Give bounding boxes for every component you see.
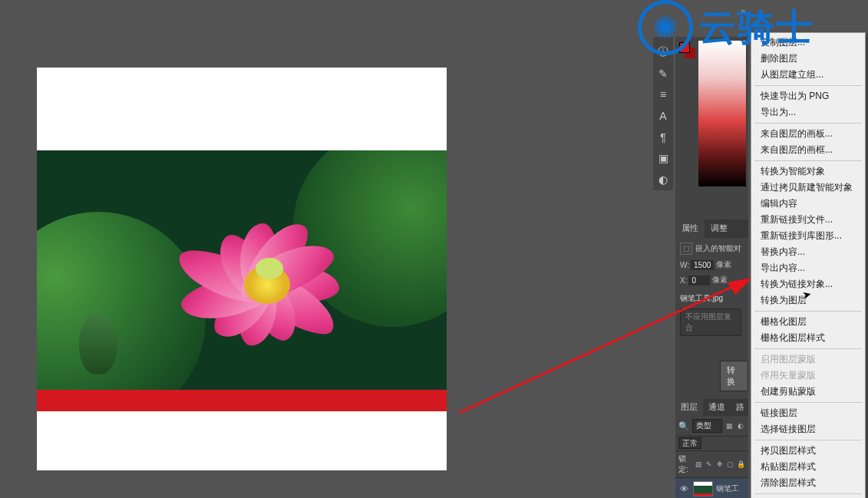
layer-thumbnail [693, 481, 713, 496]
menu-item: 停用矢量蒙版 [751, 368, 865, 384]
menu-separator [754, 493, 862, 494]
menu-separator [754, 123, 862, 124]
layers-icon[interactable]: ▣ [654, 148, 672, 170]
menu-item[interactable]: 来自图层的画板... [751, 126, 865, 142]
menu-separator [754, 348, 862, 349]
menu-item[interactable]: 拷贝图层样式 [751, 443, 865, 459]
menu-item[interactable]: 重新链接到文件... [751, 212, 865, 228]
tab-properties[interactable]: 属性 [675, 219, 705, 238]
layer-list: 👁钢笔工👁矩形 1 [675, 477, 748, 498]
filter-kind-select[interactable]: 类型 [692, 419, 722, 433]
menu-item: 启用图层蒙版 [751, 351, 865, 368]
toolstrip: ⓘ✎≡A¶▣◐ [653, 37, 673, 190]
menu-item[interactable]: 栅格化图层 [751, 314, 865, 330]
red-rectangle-layer [37, 390, 447, 411]
layer-item[interactable]: 👁钢笔工 [675, 478, 748, 498]
x-label: X: [680, 276, 687, 285]
menu-separator [754, 160, 862, 161]
menu-item[interactable]: 替换内容... [751, 244, 865, 260]
panels-column: 属性 调整 ⬚ 嵌入的智能对 W: 1500 像素 X: 0 像素 钢笔工具.j… [675, 37, 748, 498]
properties-tabs: 属性 调整 [675, 219, 748, 238]
filter-pixel-icon[interactable]: ▦ [725, 420, 734, 431]
layer-name-label: 钢笔工 [716, 483, 739, 494]
menu-item[interactable]: 链接图层 [751, 405, 865, 421]
layer-filter-row: 🔍 类型 ▦ ◐ [675, 416, 748, 436]
search-icon[interactable]: 🔍 [678, 421, 689, 431]
tab-channels[interactable]: 通道 [703, 399, 731, 416]
lock-position-icon[interactable]: ✥ [715, 459, 724, 470]
lock-pixels-icon[interactable]: ✎ [705, 459, 713, 470]
menu-separator [754, 311, 862, 312]
visibility-eye-icon[interactable]: 👁 [678, 484, 690, 493]
brush-icon[interactable]: ✎ [654, 63, 672, 84]
menu-separator [754, 402, 862, 403]
x-unit: 像素 [712, 275, 728, 285]
menu-item[interactable]: 通过拷贝新建智能对象 [751, 180, 865, 196]
watermark-logo-icon: ✺ [638, 0, 693, 55]
canvas-area[interactable] [0, 0, 645, 498]
menu-item[interactable]: 从图层建立组... [751, 67, 865, 83]
watermark: ✺ 云骑士 [638, 0, 814, 55]
paragraph-icon[interactable]: ¶ [654, 127, 672, 148]
convert-button[interactable]: 转换 [720, 361, 748, 391]
menu-item[interactable]: 粘贴图层样式 [751, 459, 865, 475]
menu-item[interactable]: 导出为... [751, 104, 865, 120]
x-value[interactable]: 0 [688, 275, 710, 285]
menu-item[interactable]: 转换为智能对象 [751, 163, 865, 180]
history-icon[interactable]: ◐ [654, 169, 672, 190]
layers-panel: 图层 通道 路 🔍 类型 ▦ ◐ 正常 锁定: ▨ ✎ ✥ ▢ 🔒 👁钢笔工👁矩… [675, 399, 748, 498]
menu-item[interactable]: 选择链接图层 [751, 421, 865, 437]
align-icon[interactable]: ≡ [654, 84, 672, 105]
watermark-text: 云骑士 [699, 3, 814, 52]
width-unit: 像素 [716, 259, 731, 270]
menu-item[interactable]: 导出内容... [751, 260, 865, 276]
blend-mode-select[interactable]: 正常 [678, 437, 701, 449]
menu-item[interactable]: 快速导出为 PNG [751, 88, 865, 104]
color-gradient-field[interactable] [698, 41, 746, 186]
properties-body: ⬚ 嵌入的智能对 W: 1500 像素 X: 0 像素 钢笔工具.jpg 不应用… [675, 238, 748, 341]
menu-item[interactable]: 来自图层的画框... [751, 142, 865, 158]
source-filename: 钢笔工具.jpg [680, 293, 748, 304]
menu-item[interactable]: 栅格化图层样式 [751, 330, 865, 346]
tab-adjustments[interactable]: 调整 [705, 219, 734, 238]
smart-object-label: 嵌入的智能对 [695, 243, 741, 254]
menu-item[interactable]: 创建剪贴蒙版 [751, 384, 865, 400]
color-panel[interactable] [675, 37, 748, 190]
lock-row: 锁定: ▨ ✎ ✥ ▢ 🔒 [675, 450, 748, 477]
lock-all-icon[interactable]: 🔒 [737, 459, 745, 470]
text-a-icon[interactable]: A [654, 105, 672, 127]
width-value[interactable]: 1500 [691, 260, 714, 270]
tab-paths[interactable]: 路 [731, 399, 750, 416]
tab-layers[interactable]: 图层 [675, 399, 703, 416]
menu-item[interactable]: 编辑内容 [751, 196, 865, 212]
lock-transparent-icon[interactable]: ▨ [695, 459, 703, 470]
lock-label: 锁定: [678, 453, 692, 475]
menu-separator [754, 85, 862, 86]
apply-layer-comp-button[interactable]: 不应用图层复合 [680, 308, 741, 336]
menu-item[interactable]: 清除图层样式 [751, 475, 865, 491]
photo-layer [37, 150, 447, 390]
layer-context-menu: 复制图层...删除图层从图层建立组...快速导出为 PNG导出为...来自图层的… [751, 32, 866, 498]
menu-item[interactable]: 重新链接到库图形... [751, 228, 865, 244]
lock-artboard-icon[interactable]: ▢ [726, 459, 734, 470]
smart-object-icon: ⬚ [680, 242, 692, 255]
width-label: W: [680, 261, 689, 269]
menu-separator [754, 440, 862, 440]
filter-adjust-icon[interactable]: ◐ [737, 420, 745, 431]
